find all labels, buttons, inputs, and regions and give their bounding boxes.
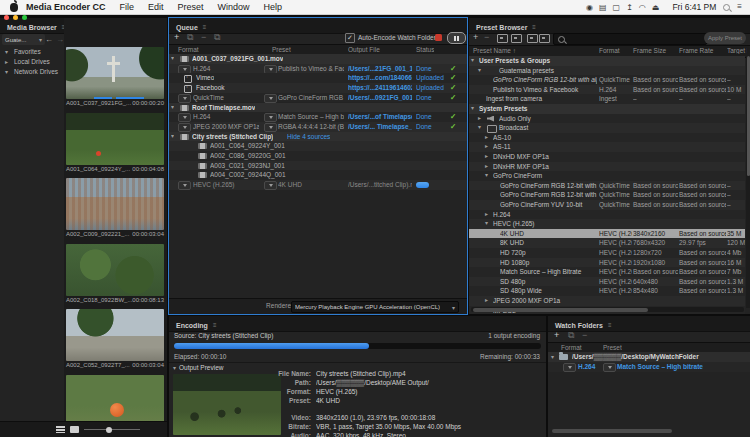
preset-row-sd-480p-wide[interactable]: SD 480p WideHEVC (H.265)854x480Based on …	[469, 286, 745, 296]
preset-row-h-264[interactable]: ▸H.264	[469, 210, 745, 220]
preset-dropdown[interactable]	[603, 363, 616, 372]
queue-row-output[interactable]: QuickTimeGoPro CineForm RGB 12.../Users/…	[169, 93, 467, 103]
preset-row-dnxhr-mxf-op1a[interactable]: ▸DNxHR MXF OP1a	[469, 162, 745, 172]
remove-watch-folder-button[interactable]: −	[582, 330, 587, 340]
queue-row-source[interactable]: A002_C086_09220G_001	[169, 151, 467, 161]
format-dropdown[interactable]	[178, 65, 191, 74]
sidebar-item-network-drives[interactable]: ▾Network Drives	[0, 67, 62, 77]
watch-folder-output-row[interactable]: H.264 Match Source – High bitrate	[548, 362, 750, 372]
preset-row-hevc-h-265[interactable]: ▾HEVC (H.265)	[469, 219, 745, 229]
sidebar-item-favorites[interactable]: ▾Favorites	[0, 47, 62, 57]
disclosure-icon[interactable]: ▾	[485, 219, 488, 229]
preset-dropdown[interactable]	[264, 113, 277, 122]
thumbnail-zoom-slider[interactable]	[84, 429, 140, 430]
location-dropdown[interactable]: Guate... ▾	[2, 34, 45, 45]
list-view-icon[interactable]	[56, 426, 65, 433]
media-clip[interactable]: A002_C009_092221_...00:00:03:04	[66, 178, 164, 240]
output-file[interactable]: /Users/...of Timelapse.mp4	[348, 112, 412, 122]
spotlight-search-icon[interactable]	[723, 4, 730, 11]
horizontal-scrollbar[interactable]	[552, 429, 672, 433]
preset-row-4k-uhd[interactable]: 4K UHDHEVC (H.265)3840x2160Based on sour…	[469, 229, 745, 239]
thumbnail-view-icon[interactable]	[70, 426, 79, 433]
disclosure-icon[interactable]: ▸	[485, 133, 488, 143]
media-clip[interactable]: A001_C037_0921FG_...00:00:00:20	[66, 47, 164, 109]
forward-button[interactable]: →	[56, 35, 64, 44]
panel-menu-icon[interactable]: ≡	[213, 322, 217, 329]
format-dropdown[interactable]	[178, 113, 191, 122]
zoom-window-button[interactable]	[22, 15, 27, 20]
queue-row-publish[interactable]: Facebookhttps://...24119614602283Uploade…	[169, 83, 467, 93]
back-button[interactable]: ←	[45, 35, 53, 44]
preset-row-user-presets-groups[interactable]: ▾User Presets & Groups	[469, 56, 745, 66]
preset-dropdown[interactable]	[264, 65, 277, 74]
scrollbar-thumb[interactable]	[473, 308, 648, 312]
app-menu[interactable]: Media Encoder CC	[26, 2, 106, 12]
queue-row-output[interactable]: H.264Publish to Vimeo & Face.../Users/..…	[169, 64, 467, 74]
minimize-window-button[interactable]	[13, 15, 18, 20]
output-file[interactable]: /Users/... Timelapse_1.mxf	[348, 122, 412, 132]
preset-row-gopro-cineform-yuv-10-bit[interactable]: GoPro CineForm YUV 10-bitQuickTimeBased …	[469, 200, 745, 210]
queue-row-source[interactable]: A004_C002_09244Q_001	[169, 170, 467, 180]
tab-encoding[interactable]: Encoding	[176, 322, 208, 329]
preset-row-hd-720p[interactable]: HD 720pHEVC (H.265)1280x720Based on sour…	[469, 248, 745, 258]
media-clip[interactable]	[66, 375, 164, 423]
preset-row-gopro-cineform-rgb-12-bit-with-alpha[interactable]: GoPro CineForm RGB 12-bit with alphaQuic…	[469, 181, 745, 191]
panel-menu-icon[interactable]: ≡	[608, 322, 612, 329]
media-clip[interactable]: A002_C052_0922T7_...00:00:03:04	[66, 309, 164, 371]
menu-item-file[interactable]: File	[120, 2, 135, 12]
tab-media-browser[interactable]: Media Browser	[7, 24, 57, 31]
sync-status-icon[interactable]: ↥	[626, 3, 633, 12]
output-link[interactable]: https://...24119614602283	[348, 83, 412, 93]
close-window-button[interactable]	[4, 15, 9, 20]
media-clip[interactable]: A002_C018_0922BW_...00:00:08:13	[66, 244, 164, 306]
disclosure-icon[interactable]: ▾	[478, 66, 481, 76]
queue-row-output[interactable]: H.264Match Source – High bitr.../Users/.…	[169, 112, 467, 122]
preset-row-jpeg-2000-mxf-op1a[interactable]: ▸JPEG 2000 MXF OP1a	[469, 296, 745, 306]
format-dropdown[interactable]	[563, 363, 576, 372]
duplicate-watch-folder-button[interactable]: ⧉	[568, 330, 574, 340]
wifi-status-icon[interactable]: ◠	[639, 3, 646, 12]
queue-row-group[interactable]: ▾A001_C037_0921FG_001.mov	[169, 54, 467, 64]
menu-item-window[interactable]: Window	[218, 2, 250, 12]
preset-row-system-presets[interactable]: ▾System Presets	[469, 104, 745, 114]
queue-row-source[interactable]: A001_C064_09224Y_001	[169, 141, 467, 151]
preset-row-ingest-from-camera[interactable]: Ingest from cameraIngest–––	[469, 94, 745, 104]
queue-row-group[interactable]: ▾Roof Timelapse.mov	[169, 103, 467, 113]
watch-folder-row[interactable]: ▾ /Users/▒▒▒▒▒▒/Desktop/MyWatchFolder	[548, 352, 750, 362]
camera-status-icon[interactable]: ◉	[586, 3, 593, 12]
preset-row-guatemala-presets[interactable]: ▾Guatemala presets	[469, 66, 745, 76]
hide-sources-link[interactable]: Hide 4 sources	[287, 132, 330, 142]
disclosure-icon[interactable]: ▾	[478, 123, 481, 133]
format-dropdown[interactable]	[178, 94, 191, 103]
output-link[interactable]: https://...com/184066142	[348, 73, 412, 83]
menu-item-help[interactable]: Help	[264, 2, 283, 12]
disclosure-icon[interactable]: ▾	[551, 352, 554, 362]
disclosure-icon[interactable]: ▾	[471, 104, 474, 114]
renderer-dropdown[interactable]: Mercury Playback Engine GPU Acceleration…	[291, 301, 459, 313]
disclosure-icon[interactable]: ▸	[485, 152, 488, 162]
horizontal-scrollbar[interactable]	[471, 307, 744, 312]
preset-row-gopro-cineform[interactable]: ▾GoPro CineForm	[469, 171, 745, 181]
slider-handle[interactable]	[106, 427, 112, 433]
tab-watch-folders[interactable]: Watch Folders	[555, 322, 603, 329]
output-file[interactable]: /Users/...21FG_001_1.mp4	[348, 64, 412, 74]
queue-row-output[interactable]: HEVC (H.265)4K UHD/Users/...titched Clip…	[169, 180, 467, 190]
format-dropdown[interactable]	[178, 123, 191, 132]
add-watch-folder-button[interactable]: +	[554, 330, 559, 340]
disclosure-icon[interactable]: ▸	[485, 162, 488, 172]
preset-row-as-10[interactable]: ▸AS-10	[469, 133, 745, 143]
preset-row-publish-to-vimeo-facebook[interactable]: Publish to Vimeo & FacebookH.264Based on…	[469, 85, 745, 95]
disclosure-icon[interactable]: ▾	[171, 132, 174, 142]
apple-menu-icon[interactable]	[10, 3, 18, 12]
eject-status-icon[interactable]: ⏏	[652, 3, 660, 12]
output-file[interactable]: /Users/...titched Clip).mp4	[348, 180, 412, 190]
queue-row-group[interactable]: ▾City streets (Stitched Clip)Hide 4 sour…	[169, 132, 467, 142]
disclosure-icon[interactable]: ▸	[485, 296, 488, 306]
preset-row-match-source-high-bitrate[interactable]: Match Source – High BitrateHEVC (H.265)B…	[469, 267, 745, 277]
notification-center-icon[interactable]: ≡	[737, 3, 742, 11]
disclosure-icon[interactable]: ▸	[485, 210, 488, 220]
format-dropdown[interactable]	[178, 181, 191, 190]
display-status-icon[interactable]: ▢	[613, 3, 621, 12]
preset-row-as-11[interactable]: ▸AS-11	[469, 142, 745, 152]
menu-clock[interactable]: Fri 6:41 PM	[672, 2, 716, 12]
